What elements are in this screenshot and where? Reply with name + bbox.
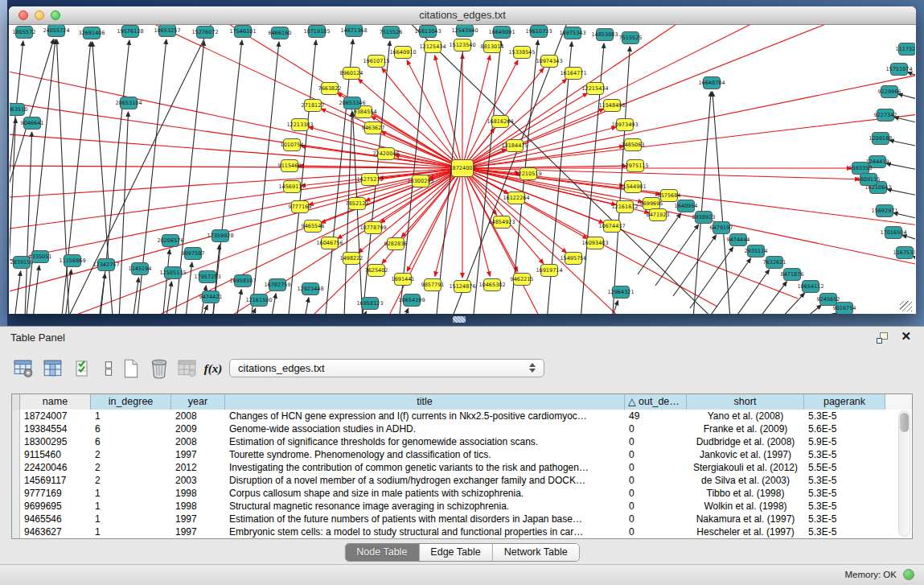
graph-node[interactable]: 2839159 [10, 257, 34, 269]
table-row[interactable]: 977716911998Corpus callosum shape and si… [12, 487, 912, 500]
graph-node[interactable]: 9097587 [182, 248, 205, 260]
graph-node[interactable]: 15338545 [508, 47, 535, 59]
graph-node[interactable]: 1498222 [340, 253, 363, 265]
graph-node[interactable]: 7485063 [622, 139, 645, 151]
graph-node[interactable]: 9575684 [658, 190, 681, 202]
table-row[interactable]: 911546021997Tourette syndrome. Phenomeno… [12, 448, 912, 461]
graph-node[interactable]: 16649091 [488, 27, 515, 39]
graph-node[interactable]: 32691406 [78, 27, 105, 39]
graph-node[interactable]: 16816264 [487, 116, 513, 128]
graph-node[interactable]: 10974343 [536, 56, 562, 68]
graph-node[interactable]: 12125434 [419, 41, 446, 53]
table-row[interactable]: 946362711997Embryonic stem cells: a mode… [12, 525, 912, 538]
graph-node[interactable]: 7625402 [365, 265, 388, 277]
graph-node[interactable]: 1640954 [675, 200, 698, 212]
column-header-pagerank[interactable]: pagerank [804, 394, 885, 410]
column-header-out_degree[interactable]: △ out_de… [625, 394, 687, 410]
graph-node[interactable]: 8813014 [481, 41, 504, 53]
graph-node[interactable]: 12342757 [92, 259, 119, 271]
graph-node[interactable]: 16919714 [536, 265, 562, 277]
graph-node[interactable]: 15276072 [191, 27, 218, 39]
graph-node[interactable]: 1335051 [29, 251, 52, 263]
rows-button[interactable] [97, 356, 121, 381]
graph-node[interactable]: 15751074 [885, 64, 912, 76]
graph-node[interactable]: 16958123 [356, 298, 383, 310]
table-row[interactable]: 2242004622012Investigating the contribut… [12, 461, 912, 474]
graph-node[interactable]: 24055724 [43, 25, 69, 37]
graph-node[interactable]: 9115460 [278, 160, 302, 172]
graph-node[interactable]: 1609115 [857, 174, 881, 186]
graph-node[interactable]: 7852123 [346, 198, 369, 210]
graph-node[interactable]: 16164771 [560, 68, 586, 80]
graph-node[interactable]: 9777169 [289, 201, 312, 213]
graph-node[interactable]: 1145194 [129, 263, 152, 275]
graph-node[interactable]: 2935114 [745, 245, 768, 257]
table-row[interactable]: 1938455462009Genome-wide association stu… [12, 422, 912, 435]
column-header-name[interactable]: name [20, 394, 91, 410]
tab-network-table[interactable]: Network Table [493, 544, 579, 561]
graph-node[interactable]: 9227342 [874, 109, 897, 122]
graph-node[interactable]: 12923448 [297, 283, 323, 295]
graph-node[interactable]: 2718127 [302, 100, 325, 112]
graph-node[interactable]: 7663822 [318, 83, 342, 95]
graph-node[interactable]: 15123540 [449, 39, 475, 51]
graph-node[interactable]: 15692971 [871, 205, 897, 217]
graph-node[interactable]: 17016504 [880, 227, 906, 239]
column-header-in_degree[interactable]: in_degree [91, 394, 171, 410]
function-builder-button[interactable]: f(x) [201, 356, 225, 381]
tab-node-table[interactable]: Node Table [345, 544, 419, 561]
row-selection-mode-button[interactable] [71, 356, 95, 381]
graph-node[interactable]: 19610715 [363, 56, 389, 68]
graph-node[interactable]: 12215434 [581, 83, 608, 95]
graph-node[interactable]: 10719185 [303, 26, 330, 38]
column-header-year[interactable]: year [171, 394, 225, 410]
graph-node[interactable]: 19610733 [525, 26, 552, 38]
graph-node[interactable]: 10654112 [797, 281, 823, 293]
show-columns-button[interactable] [41, 356, 65, 381]
graph-node[interactable]: 9129966 [878, 86, 901, 98]
column-header-short[interactable]: short [687, 394, 804, 410]
graph-node[interactable]: 9699695 [640, 198, 663, 210]
column-header-title[interactable]: title [225, 394, 625, 410]
graph-node[interactable]: 8471923 [647, 209, 670, 221]
graph-node[interactable]: 7632621 [763, 257, 786, 269]
graph-node[interactable]: 7515525 [619, 32, 643, 44]
graph-node[interactable]: 8938923 [692, 212, 716, 224]
graph-node[interactable]: 16093483 [581, 237, 608, 249]
graph-node[interactable]: 19576138 [117, 26, 143, 38]
import-table-button-disabled[interactable] [175, 356, 199, 381]
graph-node[interactable]: 15124876 [449, 281, 475, 293]
graph-node[interactable]: 1010754 [281, 139, 304, 151]
table-source-select[interactable]: citations_edges.txt [229, 359, 544, 377]
graph-node[interactable]: 16640910 [389, 47, 416, 59]
delete-table-button[interactable] [147, 356, 171, 381]
graph-node[interactable]: 9474421 [199, 291, 223, 303]
graph-node[interactable]: 1691441 [392, 274, 415, 286]
scrollbar-thumb[interactable] [900, 413, 909, 432]
graph-node[interactable]: 15495756 [560, 253, 586, 265]
graph-node[interactable]: 6466160 [269, 27, 292, 39]
graph-node[interactable]: 10465382 [478, 279, 505, 291]
graph-node[interactable]: 1593358 [849, 163, 873, 175]
graph-node[interactable]: 9046641 [21, 117, 44, 130]
graph-node[interactable]: 11156869 [59, 255, 85, 267]
vertical-scrollbar[interactable] [898, 410, 910, 537]
graph-node[interactable]: 10654199 [398, 295, 425, 307]
graph-node[interactable]: 1805572 [13, 27, 36, 39]
panel-resize-grip[interactable] [453, 316, 466, 323]
table-row[interactable]: 1830029562008Estimation of significance … [12, 435, 912, 448]
graph-node[interactable]: 9282836 [384, 238, 408, 250]
table-row[interactable]: 969969511998Structural magnetic resonanc… [12, 500, 912, 513]
tab-edge-table[interactable]: Edge Table [419, 544, 492, 561]
float-panel-icon[interactable] [877, 332, 889, 343]
close-panel-icon[interactable]: ✕ [901, 330, 911, 343]
graph-node[interactable]: 1167533 [893, 247, 915, 259]
graph-node[interactable]: 12505135 [159, 267, 186, 279]
graph-node[interactable]: 12543940 [451, 25, 478, 37]
graph-node[interactable]: 12213383 [286, 119, 313, 131]
graph-node[interactable]: 9462215 [511, 274, 534, 286]
graph-node[interactable]: 7515526 [380, 27, 403, 39]
graph-node[interactable]: 8471876 [781, 269, 804, 281]
graph-node[interactable]: 14671368 [340, 25, 367, 37]
graph-node[interactable]: 12161612 [611, 201, 638, 213]
